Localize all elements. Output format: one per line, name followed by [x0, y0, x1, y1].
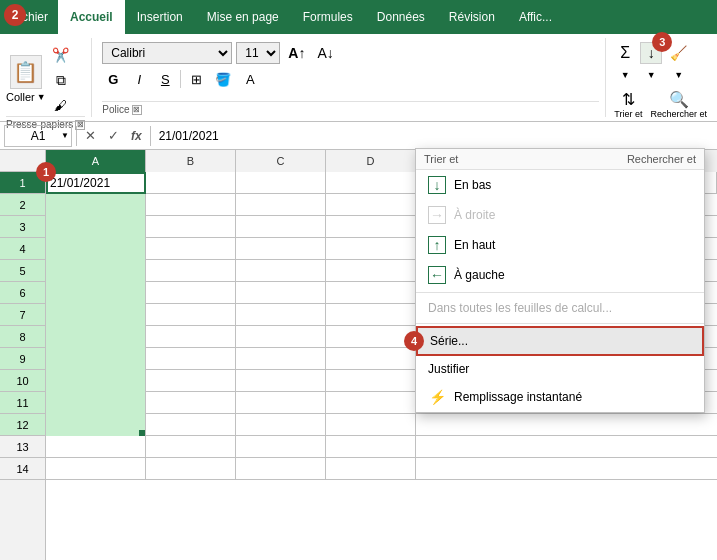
clear-arrow-button[interactable]: ▼	[668, 64, 690, 86]
tab-mise-en-page[interactable]: Mise en page	[195, 0, 291, 34]
en-haut-icon: ↑	[428, 236, 446, 254]
row-header-3[interactable]: 3	[0, 216, 45, 238]
row-header-11[interactable]: 11	[0, 392, 45, 414]
col-header-a[interactable]: A	[46, 150, 146, 172]
en-bas-icon: ↓	[428, 176, 446, 194]
presse-papiers-expand[interactable]: ⊠	[75, 120, 85, 130]
justifier-label: Justifier	[428, 362, 469, 376]
menu-item-a-droite: → À droite	[416, 200, 704, 230]
row-13	[46, 436, 717, 458]
col-header-d[interactable]: D	[326, 150, 416, 172]
separator-2	[416, 323, 704, 324]
underline-button[interactable]: S	[154, 68, 176, 90]
menu-item-en-haut[interactable]: ↑ En haut	[416, 230, 704, 260]
tab-accueil[interactable]: Accueil	[58, 0, 125, 34]
cell-d1[interactable]	[326, 172, 416, 194]
sum-button[interactable]: Σ	[614, 42, 636, 64]
menu-item-a-gauche[interactable]: ← À gauche	[416, 260, 704, 290]
ribbon-tabs: 2 Fichier Accueil Insertion Mise en page…	[0, 0, 717, 122]
dans-toutes-label: Dans toutes les feuilles de calcul...	[428, 301, 612, 315]
font-name-select[interactable]: Calibri	[102, 42, 232, 64]
rechercher-label: Rechercher et	[650, 109, 707, 119]
row-header-8[interactable]: 8	[0, 326, 45, 348]
police-label: Police	[102, 104, 129, 115]
row-header-5[interactable]: 5	[0, 260, 45, 282]
sort-label: Trier et	[424, 153, 458, 165]
search-label: Rechercher et	[627, 153, 696, 165]
copier-button[interactable]: ⧉	[50, 69, 72, 91]
borders-button[interactable]: ⊞	[185, 68, 207, 90]
cell-a1[interactable]: 21/01/2021 1	[46, 172, 146, 194]
row-14	[46, 458, 717, 480]
remplissage-icon: ⚡	[428, 388, 446, 406]
serie-label: Série...	[430, 334, 468, 348]
a-droite-label: À droite	[454, 208, 495, 222]
row-header-10[interactable]: 10	[0, 370, 45, 392]
pinceau-button[interactable]: 🖌	[50, 94, 72, 116]
sum-arrow-button[interactable]: ▼	[614, 64, 636, 86]
menu-item-en-bas[interactable]: ↓ En bas	[416, 170, 704, 200]
cell-c1[interactable]	[236, 172, 326, 194]
menu-item-justifier[interactable]: Justifier	[416, 356, 704, 382]
formula-bar: A1 ▼ ✕ ✓ fx	[0, 122, 717, 150]
tab-formules[interactable]: Formules	[291, 0, 365, 34]
row-header-2[interactable]: 2	[0, 194, 45, 216]
group-police: Calibri 11 A↑ A↓ G I S ⊞ 🪣 A Police ⊠	[96, 38, 606, 117]
fill-dropdown-menu: Trier et Rechercher et ↓ En bas → À droi…	[415, 148, 705, 413]
menu-header: Trier et Rechercher et	[416, 149, 704, 170]
ribbon-body: 📋 Coller ▼ ✂️ ⧉ 🖌 Presse-papiers ⊠	[0, 34, 717, 122]
badge-1: 1	[36, 162, 56, 182]
editing-group: Σ ▼ 3 ↓ ▼ 🧹 ▼ ⇅ Trier et	[610, 38, 711, 117]
a-droite-icon: →	[428, 206, 446, 224]
row-header-6[interactable]: 6	[0, 282, 45, 304]
trier-icon[interactable]: ⇅	[622, 90, 635, 109]
row-header-7[interactable]: 7	[0, 304, 45, 326]
row-12	[46, 414, 717, 436]
cell-ref-box[interactable]: A1 ▼	[4, 125, 72, 147]
increase-font-button[interactable]: A↑	[284, 42, 309, 64]
cell-b1[interactable]	[146, 172, 236, 194]
badge-4: 4	[404, 331, 424, 351]
menu-item-dans-toutes: Dans toutes les feuilles de calcul...	[416, 295, 704, 321]
bold-button[interactable]: G	[102, 68, 124, 90]
decrease-font-button[interactable]: A↓	[313, 42, 337, 64]
col-header-c[interactable]: C	[236, 150, 326, 172]
fill-arrow-button[interactable]: ▼	[640, 64, 662, 86]
row-header-4[interactable]: 4	[0, 238, 45, 260]
formula-input[interactable]	[155, 125, 713, 147]
remplissage-label: Remplissage instantané	[454, 390, 582, 404]
row-header-9[interactable]: 9	[0, 348, 45, 370]
italic-button[interactable]: I	[128, 68, 150, 90]
coller-label: Coller	[6, 91, 35, 103]
row-header-12[interactable]: 12	[0, 414, 45, 436]
trier-label: Trier et	[614, 109, 642, 119]
tab-revision[interactable]: Révision	[437, 0, 507, 34]
cell-ref-arrow[interactable]: ▼	[61, 131, 69, 140]
separator-1	[416, 292, 704, 293]
row-header-14[interactable]: 14	[0, 458, 45, 480]
group-presse-papiers: 📋 Coller ▼ ✂️ ⧉ 🖌 Presse-papiers ⊠	[6, 38, 92, 117]
font-size-select[interactable]: 11	[236, 42, 280, 64]
tab-insertion[interactable]: Insertion	[125, 0, 195, 34]
font-color-button[interactable]: A	[239, 68, 261, 90]
a-gauche-label: À gauche	[454, 268, 505, 282]
police-expand[interactable]: ⊠	[132, 105, 142, 115]
en-haut-label: En haut	[454, 238, 495, 252]
menu-item-remplissage[interactable]: ⚡ Remplissage instantané	[416, 382, 704, 412]
fill-color-button[interactable]: 🪣	[211, 68, 235, 90]
menu-item-serie[interactable]: 4 Série...	[416, 326, 704, 356]
en-bas-label: En bas	[454, 178, 491, 192]
coller-arrow[interactable]: ▼	[37, 92, 46, 102]
couper-button[interactable]: ✂️	[50, 44, 72, 66]
formula-fx[interactable]: fx	[127, 129, 146, 143]
formula-confirm[interactable]: ✓	[104, 128, 123, 143]
tab-donnees[interactable]: Données	[365, 0, 437, 34]
coller-button[interactable]: 📋 Coller ▼	[6, 55, 46, 103]
badge-2: 2	[4, 4, 26, 26]
row-header-13[interactable]: 13	[0, 436, 45, 458]
a-gauche-icon: ←	[428, 266, 446, 284]
tab-affichage[interactable]: Affic...	[507, 0, 564, 34]
row-headers: 1 2 3 4 5 6 7 8 9 10 11 12 13 14	[0, 172, 46, 560]
col-header-b[interactable]: B	[146, 150, 236, 172]
rechercher-icon[interactable]: 🔍	[669, 90, 689, 109]
